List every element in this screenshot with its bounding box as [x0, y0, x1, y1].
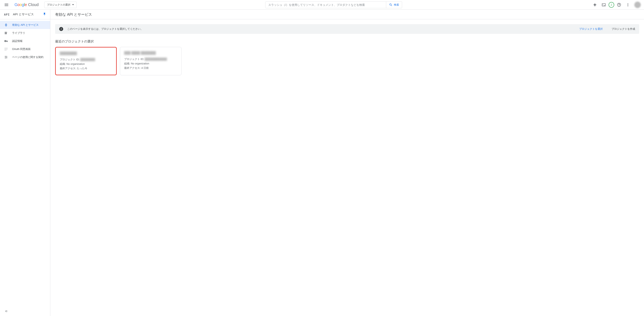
notifications-badge[interactable]: 2 [608, 2, 614, 8]
project-card-org-line: 組織: No organization [60, 62, 112, 66]
nav-label: OAuth 同意画面 [12, 47, 30, 51]
org-value: No organization [66, 62, 85, 66]
sidebar-footer [0, 307, 50, 316]
svg-point-12 [5, 56, 6, 56]
project-card-org-line: 組織: No organization [124, 62, 177, 66]
project-id-label: プロジェクト ID: [124, 58, 145, 60]
nav-label: ページの使用に関する契約 [12, 55, 44, 59]
svg-rect-2 [6, 32, 6, 34]
org-label: 組織: [60, 62, 66, 66]
collapse-sidebar-button[interactable] [4, 310, 8, 314]
user-avatar[interactable] [634, 2, 641, 8]
sidebar-item-oauth-consent[interactable]: OAuth 同意画面 [0, 45, 50, 53]
project-id-value: ████████████ [145, 58, 167, 60]
search-button-label: 検索 [394, 3, 399, 7]
project-card[interactable]: ████████ プロジェクト ID: ████████ 組織: No orga… [55, 47, 117, 75]
hamburger-icon [4, 2, 9, 7]
project-card-id-line: プロジェクト ID: ████████ [60, 57, 112, 62]
sidebar-title: API とサービス [13, 12, 40, 16]
main-header: 有効な API とサービス [50, 10, 644, 19]
create-project-link[interactable]: プロジェクトを作成 [612, 27, 635, 31]
body-wrap: API API とサービス 有効な API とサービス ライブラリ 認証情報 O… [0, 10, 644, 316]
key-icon [4, 39, 8, 43]
gemini-button[interactable] [591, 1, 599, 9]
project-card-access-line: 最終アクセス: たった今 [60, 66, 112, 71]
sidebar-item-library[interactable]: ライブラリ [0, 29, 50, 37]
recent-projects-title: 最近のプロジェクトの選択 [55, 40, 639, 44]
consent-icon [4, 47, 8, 51]
svg-point-4 [5, 48, 5, 48]
more-button[interactable] [624, 1, 632, 9]
last-access-label: 最終アクセス: [60, 67, 77, 70]
org-value: No organization [131, 62, 149, 65]
info-bar: i このページを表示するには、プロジェクトを選択してください。 プロジェクトを選… [55, 24, 639, 34]
nav-label: 認証情報 [12, 39, 22, 43]
sidebar-nav: 有効な API とサービス ライブラリ 認証情報 OAuth 同意画面 ページの… [0, 19, 50, 307]
sidebar-item-credentials[interactable]: 認証情報 [0, 37, 50, 45]
svg-point-8 [6, 49, 6, 49]
trial-count: 2 [611, 4, 612, 6]
terminal-icon [602, 2, 606, 7]
help-icon [617, 2, 621, 7]
page-title: 有効な API とサービス [55, 12, 92, 17]
last-access-value: たった今 [77, 67, 87, 70]
search-input[interactable] [266, 2, 386, 8]
search-area: 検索 [86, 2, 581, 8]
project-card-id-line: プロジェクト ID: ████████████ [124, 57, 177, 62]
last-access-value: 4 日前 [141, 66, 149, 70]
project-card-name: ████████ [60, 52, 112, 55]
nav-label: 有効な API とサービス [12, 23, 39, 27]
help-button[interactable] [615, 1, 623, 9]
google-cloud-logo[interactable]: Google Cloud [13, 2, 40, 7]
project-id-label: プロジェクト ID: [60, 58, 80, 61]
svg-rect-3 [6, 32, 7, 34]
last-access-label: 最終アクセス: [124, 66, 141, 70]
svg-rect-1 [5, 32, 5, 34]
header-right: 2 [591, 1, 642, 9]
project-selector-button[interactable]: プロジェクトの選択 [44, 2, 77, 8]
select-project-link[interactable]: プロジェクトを選択 [579, 27, 603, 31]
nav-label: ライブラリ [12, 31, 25, 35]
settings-icon [4, 55, 8, 59]
svg-point-11 [6, 50, 6, 50]
org-label: 組織: [124, 62, 131, 65]
sparkle-icon [593, 2, 597, 7]
chevron-left-icon [4, 309, 8, 313]
svg-point-5 [6, 48, 6, 48]
svg-point-0 [6, 25, 6, 25]
svg-point-6 [7, 48, 7, 48]
search-box: 検索 [265, 2, 402, 8]
main-content: 有効な API とサービス i このページを表示するには、プロジェクトを選択して… [50, 10, 644, 316]
menu-button[interactable] [2, 0, 11, 10]
project-card-name: ███ ████ ███████ [124, 51, 177, 54]
cloud-shell-button[interactable] [600, 1, 608, 9]
project-card-access-line: 最終アクセス: 4 日前 [124, 66, 177, 70]
svg-point-13 [7, 57, 7, 58]
search-button[interactable]: 検索 [386, 2, 402, 8]
pin-button[interactable] [43, 12, 46, 16]
search-icon [389, 3, 393, 7]
caret-down-icon [72, 4, 74, 5]
svg-point-10 [5, 50, 5, 50]
svg-point-9 [7, 49, 7, 49]
main-body: i このページを表示するには、プロジェクトを選択してください。 プロジェクトを選… [50, 19, 644, 80]
project-selector-label: プロジェクトの選択 [47, 3, 70, 7]
sidebar-header: API API とサービス [0, 10, 50, 19]
logo-google-text: Google [14, 2, 27, 7]
svg-point-14 [5, 58, 6, 58]
enabled-apis-icon [4, 23, 8, 27]
more-vert-icon [626, 2, 630, 7]
logo-cloud-text: Cloud [28, 2, 39, 7]
project-id-value: ████████ [80, 58, 95, 61]
top-header: Google Cloud プロジェクトの選択 検索 2 [0, 0, 644, 10]
info-bar-text: このページを表示するには、プロジェクトを選択してください。 [67, 27, 575, 31]
sidebar-item-enabled-apis[interactable]: 有効な API とサービス [0, 21, 50, 29]
pin-icon [43, 12, 46, 16]
api-badge-icon: API [4, 13, 10, 16]
svg-point-7 [5, 49, 5, 49]
sidebar: API API とサービス 有効な API とサービス ライブラリ 認証情報 O… [0, 10, 50, 316]
project-card[interactable]: ███ ████ ███████ プロジェクト ID: ████████████… [120, 47, 182, 75]
library-icon [4, 31, 8, 35]
info-icon: i [59, 27, 63, 31]
sidebar-item-page-usage-agreements[interactable]: ページの使用に関する契約 [0, 53, 50, 61]
